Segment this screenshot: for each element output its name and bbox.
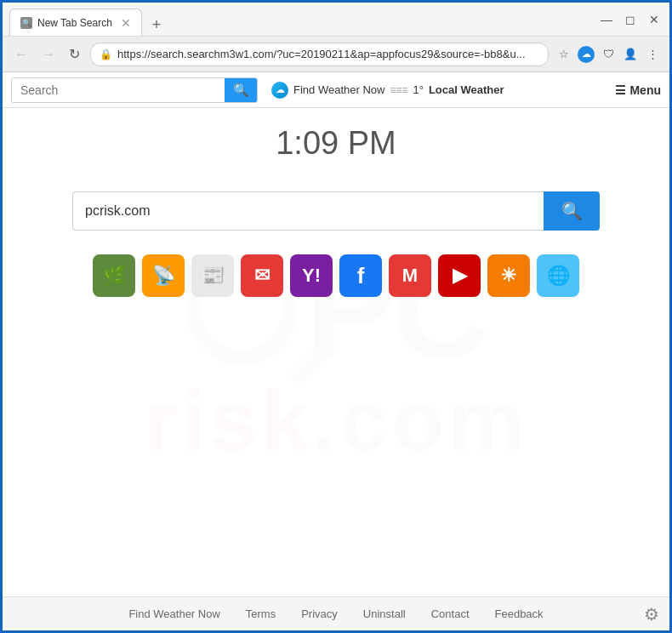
forward-button[interactable]: → xyxy=(38,45,59,64)
window-controls: — ◻ ✕ xyxy=(598,13,663,26)
settings-gear-icon[interactable]: ⚙ xyxy=(644,604,659,624)
browser-window: 🔍 New Tab Search ✕ + — ◻ ✕ ← → ↻ 🔒 https… xyxy=(0,0,672,633)
minimize-button[interactable]: — xyxy=(598,13,615,26)
shortcut-herb[interactable]: 🌿 xyxy=(93,254,135,297)
profile-icon[interactable]: 👤 xyxy=(622,46,639,63)
temperature: 1° xyxy=(413,83,423,96)
shortcut-gmail1[interactable]: ✉ xyxy=(241,254,283,297)
shortcut-gmail2[interactable]: M xyxy=(389,254,431,297)
watermark-dot-com: .com xyxy=(312,378,527,463)
lock-icon: 🔒 xyxy=(100,48,112,60)
toolbar: 🔍 ☁ Find Weather Now ≡≡≡ 1° Local Weathe… xyxy=(3,72,669,108)
close-button[interactable]: ✕ xyxy=(646,13,663,26)
shortcut-icons: 🌿 📡 📰 ✉ Y! f M ▶ ☀ 🌐 xyxy=(93,254,579,297)
main-search-button[interactable]: 🔍 xyxy=(544,191,600,231)
weather-icon: ☁ xyxy=(271,82,288,99)
watermark-risk: risk xyxy=(144,378,312,463)
weather-separator: ≡≡≡ xyxy=(390,84,407,96)
local-weather-label[interactable]: Local Weather xyxy=(429,83,504,96)
tab-favicon: 🔍 xyxy=(20,17,32,29)
address-bar: ← → ↻ 🔒 https://search.searchm3w1.com/?u… xyxy=(3,37,669,72)
shortcut-news[interactable]: 📰 xyxy=(191,254,234,297)
shortcut-weather[interactable]: ☀ xyxy=(487,254,530,297)
menu-label: Menu xyxy=(629,83,661,97)
refresh-button[interactable]: ↻ xyxy=(65,44,83,64)
shield-icon[interactable]: 🛡 xyxy=(600,46,617,63)
footer-feedback[interactable]: Feedback xyxy=(495,607,544,620)
toolbar-search-box[interactable]: 🔍 xyxy=(11,77,258,103)
footer-find-weather[interactable]: Find Weather Now xyxy=(128,607,219,620)
new-tab-button[interactable]: + xyxy=(147,14,167,36)
title-bar: 🔍 New Tab Search ✕ + — ◻ ✕ xyxy=(3,3,669,37)
main-search-container: 🔍 xyxy=(72,191,600,231)
maximize-button[interactable]: ◻ xyxy=(622,13,639,26)
footer: Find Weather Now Terms Privacy Uninstall… xyxy=(3,596,669,630)
toolbar-search-button[interactable]: 🔍 xyxy=(225,78,257,102)
shortcut-facebook[interactable]: f xyxy=(339,254,382,297)
tab-title: New Tab Search xyxy=(37,17,112,29)
address-input-container[interactable]: 🔒 https://search.searchm3w1.com/?uc=2019… xyxy=(90,43,549,66)
menu-icon: ☰ xyxy=(615,83,626,97)
star-icon[interactable]: ☆ xyxy=(555,46,572,63)
address-url: https://search.searchm3w1.com/?uc=201902… xyxy=(117,48,539,60)
toolbar-search-input[interactable] xyxy=(12,78,225,102)
tab-bar: 🔍 New Tab Search ✕ + xyxy=(9,3,591,36)
menu-dots-icon[interactable]: ⋮ xyxy=(644,46,661,63)
main-search-input[interactable] xyxy=(72,191,544,231)
back-button[interactable]: ← xyxy=(11,45,31,64)
footer-uninstall[interactable]: Uninstall xyxy=(363,607,406,620)
footer-contact[interactable]: Contact xyxy=(431,607,470,620)
shortcut-globe[interactable]: 🌐 xyxy=(537,254,579,297)
shortcut-youtube[interactable]: ▶ xyxy=(438,254,481,297)
footer-terms[interactable]: Terms xyxy=(246,607,276,620)
shortcut-audible[interactable]: 📡 xyxy=(142,254,185,297)
footer-privacy[interactable]: Privacy xyxy=(301,607,338,620)
extension-icon[interactable]: ☁ xyxy=(578,46,595,63)
menu-button[interactable]: ☰ Menu xyxy=(615,83,661,97)
tab-close-button[interactable]: ✕ xyxy=(121,17,131,29)
time-display: 1:09 PM xyxy=(276,125,396,162)
page-content: PC risk .com 1:09 PM 🔍 🌿 📡 📰 ✉ Y! f M ▶ … xyxy=(3,108,669,596)
weather-label[interactable]: Find Weather Now xyxy=(293,83,384,96)
weather-widget: ☁ Find Weather Now ≡≡≡ 1° Local Weather xyxy=(271,82,504,99)
browser-tab[interactable]: 🔍 New Tab Search ✕ xyxy=(9,9,142,36)
shortcut-yahoo[interactable]: Y! xyxy=(290,254,333,297)
browser-icons: ☆ ☁ 🛡 👤 ⋮ xyxy=(555,46,661,63)
